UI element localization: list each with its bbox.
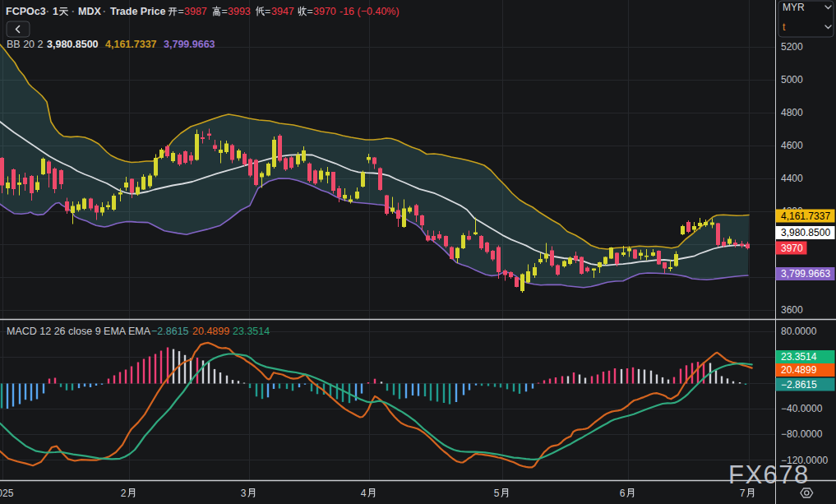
svg-text:7: 7	[740, 488, 746, 499]
svg-text:4,161.7337: 4,161.7337	[781, 210, 830, 222]
svg-text:MDX: MDX	[78, 6, 101, 17]
svg-text:3,980.8500: 3,980.8500	[47, 39, 99, 50]
svg-text:FCPOc3: FCPOc3	[6, 6, 46, 17]
svg-text:4800: 4800	[781, 107, 803, 118]
svg-text:1: 1	[53, 6, 58, 17]
svg-text:4: 4	[361, 488, 367, 499]
svg-text:MACD 12 26 close 9 EMA EMA: MACD 12 26 close 9 EMA EMA	[7, 326, 151, 337]
svg-text:−80.0000: −80.0000	[781, 428, 823, 440]
svg-text:3600: 3600	[781, 304, 803, 316]
svg-text:3,799.9663: 3,799.9663	[164, 39, 215, 50]
svg-text:·: ·	[103, 6, 106, 17]
svg-text:20.4899: 20.4899	[781, 364, 817, 376]
svg-text:=: =	[307, 6, 313, 17]
svg-text:·: ·	[72, 6, 75, 17]
svg-text:=: =	[265, 6, 270, 17]
svg-text:MYR: MYR	[783, 2, 805, 13]
svg-text:4,161.7337: 4,161.7337	[105, 39, 157, 50]
svg-text:3,799.9663: 3,799.9663	[781, 268, 830, 280]
svg-text:3970: 3970	[781, 243, 803, 254]
svg-text:2: 2	[121, 488, 127, 499]
svg-text:2025: 2025	[0, 488, 14, 499]
svg-text:−2.8615: −2.8615	[151, 326, 189, 337]
svg-text:−2.8615: −2.8615	[781, 379, 817, 391]
svg-text:3987: 3987	[184, 6, 207, 17]
svg-text:4600: 4600	[781, 140, 803, 151]
svg-text:6: 6	[620, 488, 626, 499]
svg-text:5200: 5200	[781, 41, 803, 53]
svg-text:4400: 4400	[781, 173, 803, 184]
svg-text:23.3514: 23.3514	[233, 326, 270, 337]
svg-text:=: =	[178, 6, 184, 17]
svg-text:3970: 3970	[313, 6, 336, 17]
svg-text:FX678: FX678	[728, 460, 810, 489]
svg-text:3993: 3993	[228, 6, 251, 17]
svg-text:BB 20 2: BB 20 2	[7, 39, 44, 50]
svg-text:5: 5	[494, 488, 500, 499]
svg-text:3947: 3947	[271, 6, 294, 17]
svg-text:·: ·	[46, 6, 49, 17]
svg-text:23.3514: 23.3514	[781, 351, 817, 363]
svg-text:=: =	[222, 6, 228, 17]
svg-text:20.4899: 20.4899	[192, 326, 229, 337]
svg-text:3,980.8500: 3,980.8500	[781, 227, 830, 238]
svg-text:Trade Price: Trade Price	[110, 6, 165, 17]
svg-text:80.0000: 80.0000	[781, 326, 817, 337]
svg-text:5000: 5000	[781, 74, 803, 86]
svg-text:3: 3	[241, 488, 247, 499]
svg-text:−40.0000: −40.0000	[781, 403, 823, 414]
svg-text:-16 (−0.40%): -16 (−0.40%)	[339, 6, 400, 17]
